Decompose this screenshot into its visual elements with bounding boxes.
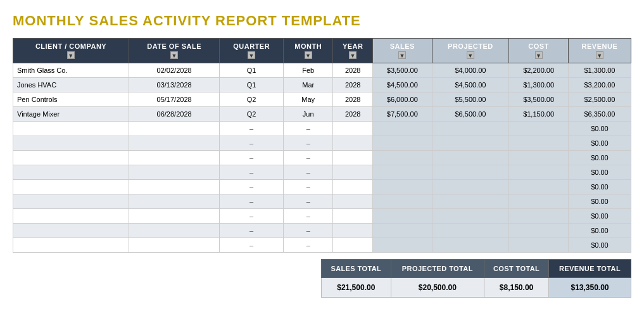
cell-cost: $3,500.00: [509, 92, 568, 107]
table-row-empty: ––$0.00: [13, 209, 631, 224]
cell-projected-empty: [432, 194, 509, 209]
cell-sales-empty: [373, 136, 432, 151]
cell-revenue: $2,500.00: [568, 92, 631, 107]
col-header-quarter: QUARTER ▼: [220, 39, 284, 63]
cell-month-empty: –: [284, 122, 333, 136]
cell-revenue: $1,300.00: [568, 63, 631, 78]
cell-date-empty: [129, 238, 220, 253]
cell-quarter-empty: –: [220, 122, 284, 136]
cell-date: 05/17/2028: [129, 92, 220, 107]
cell-projected-empty: [432, 122, 509, 136]
main-table: CLIENT / COMPANY ▼ DATE OF SALE ▼ QUARTE…: [13, 38, 631, 253]
table-row-empty: ––$0.00: [13, 151, 631, 165]
col-header-revenue: REVENUE ▼: [568, 39, 631, 63]
cell-month: Feb: [284, 63, 333, 78]
cell-date: 02/02/2028: [129, 63, 220, 78]
cell-revenue-empty: $0.00: [568, 122, 631, 136]
table-row-empty: ––$0.00: [13, 165, 631, 180]
cell-month-empty: –: [284, 180, 333, 194]
cell-sales: $3,500.00: [373, 63, 432, 78]
cell-quarter-empty: –: [220, 238, 284, 253]
cell-year-empty: [333, 194, 373, 209]
filter-arrow-client[interactable]: ▼: [67, 51, 75, 59]
table-row: Vintage Mixer06/28/2028Q2Jun2028$7,500.0…: [13, 107, 631, 122]
cell-revenue-empty: $0.00: [568, 194, 631, 209]
cell-client-empty: [13, 180, 129, 194]
cell-cost: $1,150.00: [509, 107, 568, 122]
cell-month-empty: –: [284, 136, 333, 151]
cell-date-empty: [129, 136, 220, 151]
totals-section: SALES TOTAL PROJECTED TOTAL COST TOTAL R…: [13, 259, 631, 298]
cell-projected-empty: [432, 165, 509, 180]
cell-sales: $6,000.00: [373, 92, 432, 107]
table-row: Jones HVAC03/13/2028Q1Mar2028$4,500.00$4…: [13, 78, 631, 92]
totals-cost-header: COST TOTAL: [484, 260, 549, 278]
cell-projected-empty: [432, 224, 509, 238]
cell-projected: $4,000.00: [432, 63, 509, 78]
totals-cost-value: $8,150.00: [484, 278, 549, 298]
cell-sales-empty: [373, 209, 432, 224]
filter-arrow-sales[interactable]: ▼: [398, 51, 406, 59]
cell-revenue: $3,200.00: [568, 78, 631, 92]
cell-quarter-empty: –: [220, 151, 284, 165]
cell-date-empty: [129, 151, 220, 165]
totals-sales-value: $21,500.00: [322, 278, 391, 298]
cell-client: Pen Controls: [13, 92, 129, 107]
cell-year-empty: [333, 209, 373, 224]
cell-month-empty: –: [284, 194, 333, 209]
cell-revenue-empty: $0.00: [568, 180, 631, 194]
cell-month-empty: –: [284, 165, 333, 180]
table-row: Pen Controls05/17/2028Q2May2028$6,000.00…: [13, 92, 631, 107]
cell-date-empty: [129, 165, 220, 180]
cell-year-empty: [333, 151, 373, 165]
cell-sales: $7,500.00: [373, 107, 432, 122]
cell-cost-empty: [509, 165, 568, 180]
table-row: Smith Glass Co.02/02/2028Q1Feb2028$3,500…: [13, 63, 631, 78]
cell-quarter: Q2: [220, 92, 284, 107]
cell-revenue-empty: $0.00: [568, 224, 631, 238]
filter-arrow-quarter[interactable]: ▼: [248, 51, 255, 59]
cell-sales-empty: [373, 180, 432, 194]
cell-sales-empty: [373, 238, 432, 253]
cell-client-empty: [13, 151, 129, 165]
cell-projected-empty: [432, 180, 509, 194]
cell-cost-empty: [509, 151, 568, 165]
filter-arrow-projected[interactable]: ▼: [467, 51, 474, 59]
table-row-empty: ––$0.00: [13, 194, 631, 209]
filter-arrow-date[interactable]: ▼: [170, 51, 178, 59]
cell-quarter: Q2: [220, 107, 284, 122]
cell-quarter-empty: –: [220, 180, 284, 194]
cell-sales-empty: [373, 151, 432, 165]
filter-arrow-revenue[interactable]: ▼: [596, 51, 603, 59]
cell-client: Jones HVAC: [13, 78, 129, 92]
cell-projected: $5,500.00: [432, 92, 509, 107]
cell-revenue-empty: $0.00: [568, 151, 631, 165]
totals-revenue-header: REVENUE TOTAL: [548, 260, 631, 278]
cell-cost-empty: [509, 238, 568, 253]
cell-revenue-empty: $0.00: [568, 209, 631, 224]
cell-date-empty: [129, 194, 220, 209]
cell-projected-empty: [432, 209, 509, 224]
filter-arrow-month[interactable]: ▼: [305, 51, 312, 59]
cell-year-empty: [333, 238, 373, 253]
cell-month: Mar: [284, 78, 333, 92]
page-title: MONTHLY SALES ACTIVITY REPORT TEMPLATE: [13, 13, 631, 29]
col-header-date: DATE OF SALE ▼: [129, 39, 220, 63]
cell-revenue-empty: $0.00: [568, 136, 631, 151]
cell-year-empty: [333, 224, 373, 238]
cell-client: Vintage Mixer: [13, 107, 129, 122]
cell-cost-empty: [509, 180, 568, 194]
cell-year: 2028: [333, 78, 373, 92]
cell-quarter-empty: –: [220, 165, 284, 180]
cell-projected-empty: [432, 136, 509, 151]
col-header-year: YEAR ▼: [333, 39, 373, 63]
table-row-empty: ––$0.00: [13, 224, 631, 238]
cell-year: 2028: [333, 92, 373, 107]
cell-projected: $4,500.00: [432, 78, 509, 92]
table-row-empty: ––$0.00: [13, 238, 631, 253]
filter-arrow-cost[interactable]: ▼: [535, 51, 543, 59]
filter-arrow-year[interactable]: ▼: [349, 51, 357, 59]
cell-quarter-empty: –: [220, 136, 284, 151]
cell-month: Jun: [284, 107, 333, 122]
totals-sales-header: SALES TOTAL: [322, 260, 391, 278]
